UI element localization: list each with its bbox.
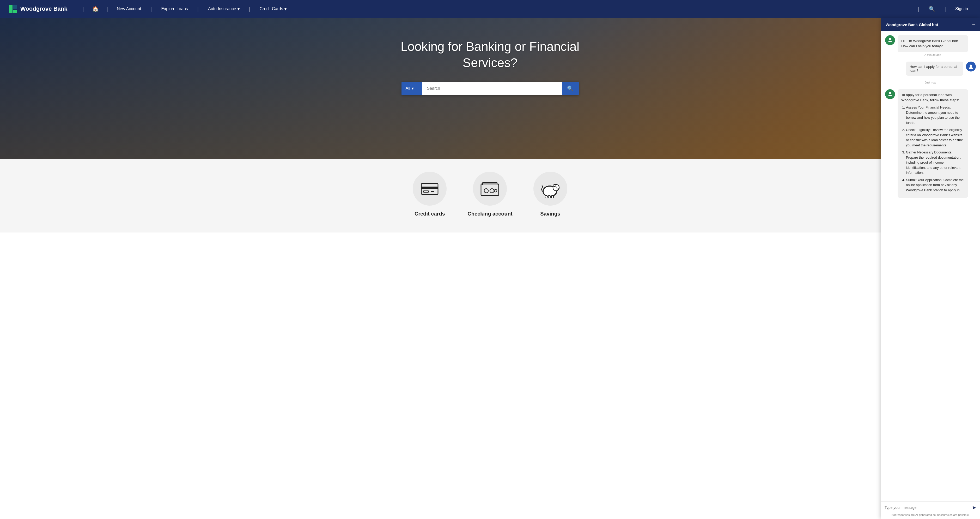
svg-rect-23 xyxy=(889,40,891,40)
svg-rect-4 xyxy=(421,187,438,189)
nav-divider-4: | xyxy=(249,6,250,12)
user-message-1-time: Just now xyxy=(885,81,976,84)
services-section: Credit cards Checking account xyxy=(0,159,980,233)
search-input[interactable] xyxy=(422,81,562,95)
svg-rect-18 xyxy=(548,185,551,186)
nav-actions: | 🔍 | Sign in xyxy=(913,4,972,14)
nav-divider-2: | xyxy=(150,6,152,12)
credit-card-icon xyxy=(419,178,440,199)
chatbot-minimize-button[interactable]: – xyxy=(972,22,975,27)
chatbot-title: Woodgrove Bank Global bot xyxy=(886,22,938,27)
auto-insurance-dropdown-icon: ▾ xyxy=(237,6,240,11)
bot-message-2: To apply for a personal loan with Woodgr… xyxy=(885,89,976,198)
user-message-1: How can I apply for a personal loan? xyxy=(885,62,976,76)
hero-section: Looking for Banking or Financial Service… xyxy=(0,18,980,159)
svg-rect-20 xyxy=(548,195,550,198)
nav-new-account[interactable]: New Account xyxy=(113,5,145,13)
service-savings[interactable]: Savings xyxy=(533,172,567,217)
bot-avatar-2 xyxy=(885,89,895,99)
nav-divider-3: | xyxy=(197,6,199,12)
brand-name: Woodgrove Bank xyxy=(20,5,67,12)
svg-rect-1 xyxy=(13,5,17,9)
brand-logo xyxy=(8,4,18,14)
nav-credit-cards[interactable]: Credit Cards ▾ xyxy=(256,5,290,14)
search-dropdown-label: All xyxy=(406,86,410,91)
bot-message-1-time: A minute ago xyxy=(897,53,968,56)
user-avatar-1 xyxy=(966,62,976,72)
svg-point-15 xyxy=(553,184,556,187)
checking-icon-wrap xyxy=(473,172,507,206)
bot-message-2-text: To apply for a personal loan with Woodgr… xyxy=(897,89,968,198)
signin-button[interactable]: Sign in xyxy=(951,5,972,13)
hero-content: Looking for Banking or Financial Service… xyxy=(0,18,980,95)
svg-point-10 xyxy=(490,188,494,193)
nav-divider-1: | xyxy=(107,6,108,12)
svg-point-11 xyxy=(494,190,497,192)
brand[interactable]: Woodgrove Bank xyxy=(8,4,67,14)
nav-divider-home: | xyxy=(83,6,84,12)
search-bar: All ▾ 🔍 xyxy=(401,81,579,95)
search-dropdown[interactable]: All ▾ xyxy=(401,81,422,95)
hero-title: Looking for Banking or Financial Service… xyxy=(399,38,581,71)
piggy-bank-icon xyxy=(540,178,561,199)
nav-divider-6: | xyxy=(945,6,946,12)
svg-point-25 xyxy=(889,92,891,94)
nav-divider-5: | xyxy=(918,6,919,12)
svg-rect-0 xyxy=(9,5,13,13)
svg-point-16 xyxy=(556,187,557,188)
credit-card-icon-wrap xyxy=(413,172,447,206)
chatbot-messages: Hi , I'm Woodgrove Bank Global bot! How … xyxy=(881,31,980,233)
search-dropdown-arrow: ▾ xyxy=(412,86,414,91)
chatbot-header: Woodgrove Bank Global bot – xyxy=(881,18,980,31)
svg-rect-21 xyxy=(551,195,554,198)
checking-label: Checking account xyxy=(468,211,512,217)
savings-icon-wrap xyxy=(533,172,567,206)
search-button-icon: 🔍 xyxy=(567,85,574,92)
svg-point-22 xyxy=(889,38,891,40)
bot-message-1: Hi , I'm Woodgrove Bank Global bot! How … xyxy=(885,35,976,57)
bot-avatar-1 xyxy=(885,35,895,45)
bot-message-1-text: Hi , I'm Woodgrove Bank Global bot! How … xyxy=(897,35,968,52)
chatbot-panel: Woodgrove Bank Global bot – Hi , I'm Woo… xyxy=(881,18,980,233)
svg-point-9 xyxy=(484,188,488,193)
nav-items: New Account | Explore Loans | Auto Insur… xyxy=(113,5,913,14)
service-checking[interactable]: Checking account xyxy=(468,172,512,217)
svg-rect-5 xyxy=(423,191,429,192)
nav-explore-loans[interactable]: Explore Loans xyxy=(158,5,192,13)
savings-label: Savings xyxy=(540,211,560,217)
nav-search-button[interactable]: 🔍 xyxy=(925,4,939,14)
credit-cards-dropdown-icon: ▾ xyxy=(285,6,286,11)
service-credit-cards[interactable]: Credit cards xyxy=(413,172,447,217)
home-icon: 🏠 xyxy=(92,6,99,12)
user-message-1-text: How can I apply for a personal loan? xyxy=(906,62,963,76)
credit-cards-label: Credit cards xyxy=(415,211,445,217)
navbar: Woodgrove Bank | 🏠 | New Account | Explo… xyxy=(0,0,980,18)
checking-icon xyxy=(479,178,500,199)
nav-home[interactable]: 🏠 xyxy=(89,4,102,14)
svg-rect-19 xyxy=(545,195,547,198)
svg-point-24 xyxy=(970,64,972,67)
nav-auto-insurance[interactable]: Auto Insurance ▾ xyxy=(204,5,243,14)
svg-rect-2 xyxy=(13,10,17,13)
search-button[interactable]: 🔍 xyxy=(562,81,579,95)
